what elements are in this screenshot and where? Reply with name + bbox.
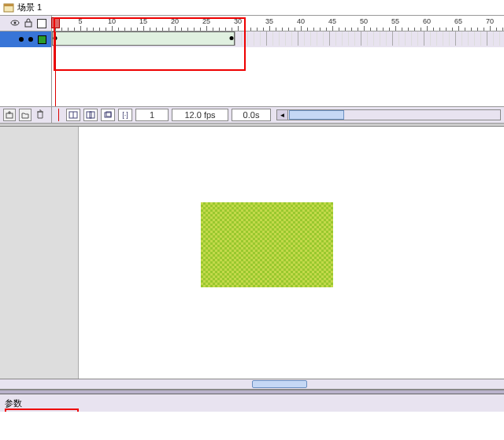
ruler-number: 40 [297, 17, 305, 25]
scroll-thumb[interactable] [289, 110, 344, 120]
current-frame-display: 1 [135, 109, 169, 121]
layer-color-swatch[interactable] [38, 35, 46, 44]
svg-rect-9 [90, 112, 94, 118]
scroll-left-button[interactable]: ◄ [277, 110, 288, 120]
playhead-handle[interactable] [51, 17, 60, 28]
frame-row[interactable] [52, 31, 504, 47]
fps-display: 12.0 fps [172, 109, 228, 121]
playhead[interactable] [55, 31, 56, 106]
timeline-footer: [·] 1 12.0 fps 0.0s ◄ [0, 106, 504, 124]
svg-rect-1 [4, 4, 13, 6]
onion-skin-outlines-button[interactable] [101, 109, 115, 121]
timeline-body [0, 31, 504, 106]
scene-title: 场景 1 [17, 2, 42, 13]
layer-header-controls [0, 16, 52, 31]
stage-pasteboard [0, 127, 79, 379]
ruler-number: 5 [78, 17, 82, 25]
eye-icon[interactable] [10, 18, 20, 29]
add-layer-button[interactable] [3, 109, 16, 121]
properties-title: 参数 [5, 397, 22, 409]
ruler-number: 70 [486, 17, 494, 25]
svg-rect-4 [25, 22, 32, 27]
playhead-indicator-icon [55, 109, 63, 121]
ruler-number: 65 [454, 17, 462, 25]
onion-skin-button[interactable] [83, 109, 98, 121]
layer-lock-dot[interactable] [28, 37, 33, 42]
keyframe-end[interactable] [230, 36, 234, 40]
scene-icon [3, 2, 14, 13]
annotation-highlight-2 [5, 409, 79, 412]
add-folder-button[interactable] [19, 109, 32, 121]
timeline-ruler[interactable]: 1510152025303540455055606570 [52, 16, 504, 31]
tween-span[interactable] [52, 31, 235, 46]
ruler-number: 55 [391, 17, 399, 25]
frame-footer: [·] 1 12.0 fps 0.0s ◄ [52, 109, 504, 121]
svg-rect-8 [87, 112, 91, 118]
stage-area [0, 127, 504, 379]
frames-area[interactable] [52, 31, 504, 106]
layer-visible-dot[interactable] [19, 37, 24, 42]
timeline-scrollbar[interactable]: ◄ [276, 109, 501, 120]
layer-row[interactable] [0, 31, 51, 47]
elapsed-time-display: 0.0s [232, 109, 271, 121]
ruler-number: 35 [265, 17, 273, 25]
ruler-number: 50 [360, 17, 368, 25]
ruler-number: 15 [139, 17, 147, 25]
layer-list [0, 31, 52, 106]
svg-point-3 [14, 21, 17, 24]
scene-title-bar: 场景 1 [0, 0, 504, 16]
ruler-number: 45 [328, 17, 336, 25]
selected-shape[interactable] [201, 202, 333, 287]
center-frame-button[interactable] [66, 109, 80, 121]
lock-icon[interactable] [24, 18, 32, 29]
delete-layer-button[interactable] [35, 109, 46, 121]
ruler-number: 60 [423, 17, 431, 25]
stage-scroll-thumb[interactable] [252, 380, 307, 388]
ruler-number: 10 [108, 17, 116, 25]
properties-panel-header[interactable]: 参数 [0, 394, 504, 412]
outline-icon[interactable] [37, 19, 46, 28]
layer-footer-controls [0, 107, 52, 123]
ruler-number: 30 [234, 17, 242, 25]
stage-scrollbar[interactable] [0, 379, 504, 390]
ruler-number: 25 [202, 17, 210, 25]
timeline-header: 1510152025303540455055606570 [0, 16, 504, 31]
ruler-number: 20 [171, 17, 179, 25]
stage-canvas[interactable] [79, 127, 504, 379]
edit-multiple-frames-button[interactable]: [·] [118, 109, 132, 121]
